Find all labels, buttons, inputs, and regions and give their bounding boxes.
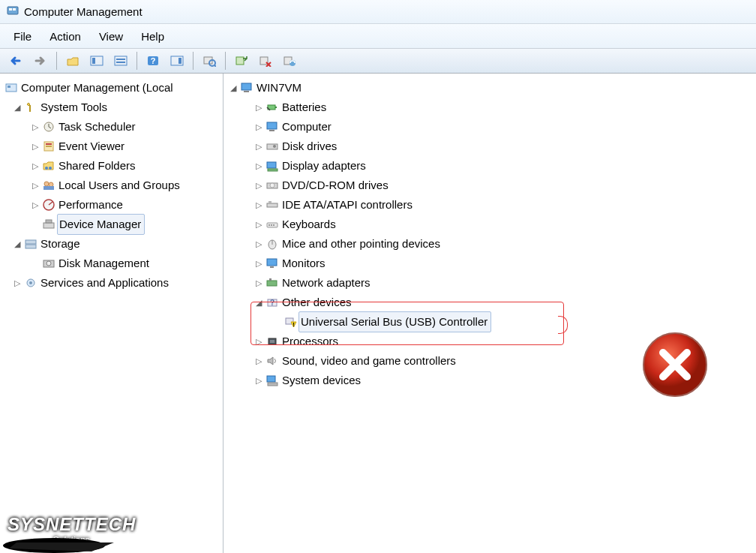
menu-action[interactable]: Action	[50, 30, 81, 43]
tree-local-users[interactable]: ▷ Local Users and Groups	[0, 176, 223, 195]
expand-icon[interactable]: ▷	[254, 137, 264, 156]
disable-button[interactable]	[279, 50, 300, 71]
expand-icon[interactable]: ▷	[254, 195, 264, 215]
expand-icon[interactable]: ▷	[254, 254, 264, 273]
device-batteries[interactable]: ▷ Batteries	[224, 98, 756, 117]
tree-event-viewer[interactable]: ▷ Event Viewer	[0, 137, 223, 156]
scan-button[interactable]	[199, 50, 220, 71]
svg-rect-70	[267, 376, 275, 382]
collapse-icon[interactable]: ◢	[12, 98, 22, 117]
tree-shared-folders[interactable]: ▷ Shared Folders	[0, 156, 223, 176]
device-display-adapters[interactable]: ▷ Display adapters	[224, 156, 756, 176]
collapse-icon[interactable]: ◢	[12, 234, 22, 254]
menu-file[interactable]: File	[14, 30, 32, 43]
device-mice[interactable]: ▷ Mice and other pointing devices	[224, 234, 756, 254]
device-keyboards[interactable]: ▷ Keyboards	[224, 215, 756, 234]
expand-icon[interactable]: ▷	[30, 195, 40, 215]
tree-label: Performance	[57, 195, 123, 215]
tree-disk-management[interactable]: Disk Management	[0, 254, 223, 273]
expand-icon[interactable]: ▷	[30, 176, 40, 195]
forward-button[interactable]	[30, 50, 51, 71]
device-dvd[interactable]: ▷ DVD/CD-ROM drives	[224, 176, 756, 195]
show-hide-tree-button[interactable]	[86, 50, 107, 71]
svg-text:?: ?	[270, 299, 274, 307]
expand-icon[interactable]: ▷	[254, 176, 264, 195]
device-ide[interactable]: ▷ IDE ATA/ATAPI controllers	[224, 195, 756, 215]
tree-storage[interactable]: ◢ Storage	[0, 234, 223, 254]
svg-rect-44	[267, 122, 277, 129]
device-monitors[interactable]: ▷ Monitors	[224, 254, 756, 273]
back-button[interactable]	[6, 50, 27, 71]
expand-icon[interactable]: ▷	[30, 117, 40, 137]
toolbar: ?	[0, 48, 756, 74]
expand-icon[interactable]: ▷	[254, 156, 264, 176]
mouse-icon	[264, 238, 280, 250]
action-pane-button[interactable]	[166, 50, 188, 71]
device-root[interactable]: ◢ WIN7VM	[224, 78, 756, 98]
device-label: Keyboards	[280, 215, 336, 234]
users-icon	[40, 179, 57, 191]
expand-icon[interactable]: ▷	[254, 215, 264, 234]
tree-root[interactable]: Computer Management (Local	[0, 78, 223, 98]
expand-icon[interactable]: ▷	[254, 332, 264, 351]
expand-icon[interactable]: ▷	[254, 371, 264, 390]
help-button[interactable]: ?	[142, 50, 164, 71]
device-label: IDE ATA/ATAPI controllers	[280, 195, 412, 215]
battery-icon	[264, 101, 280, 113]
tree-task-scheduler[interactable]: ▷ Task Scheduler	[0, 117, 223, 137]
dvd-icon	[264, 179, 280, 191]
event-viewer-icon	[40, 140, 57, 152]
expand-icon[interactable]: ▷	[30, 137, 40, 156]
tree-label: Services and Applications	[39, 273, 169, 293]
svg-rect-5	[115, 56, 127, 65]
svg-line-14	[214, 65, 216, 67]
device-other[interactable]: ◢ ? Other devices	[224, 293, 756, 312]
device-computer[interactable]: ▷ Computer	[224, 117, 756, 137]
svg-rect-55	[268, 224, 270, 226]
svg-rect-6	[116, 59, 125, 60]
expand-icon[interactable]: ▷	[12, 273, 22, 293]
up-folder-button[interactable]	[62, 50, 83, 71]
svg-rect-69	[270, 340, 274, 343]
svg-rect-45	[269, 130, 274, 131]
device-network[interactable]: ▷ Network adapters	[224, 273, 756, 293]
performance-icon	[40, 199, 57, 211]
device-label: Mice and other pointing devices	[280, 234, 440, 254]
cpu-icon	[264, 335, 280, 347]
tree-label: Storage	[39, 234, 80, 254]
properties-button[interactable]	[110, 50, 131, 71]
toolbar-separator	[136, 52, 137, 70]
tree-label: Shared Folders	[57, 156, 136, 176]
svg-point-26	[45, 167, 48, 170]
computer-icon	[264, 121, 280, 133]
expand-icon[interactable]: ▷	[254, 273, 264, 293]
device-label: WIN7VM	[255, 78, 302, 98]
svg-point-28	[44, 182, 49, 186]
uninstall-button[interactable]	[255, 50, 276, 71]
tree-services-apps[interactable]: ▷ Services and Applications	[0, 273, 223, 293]
expand-icon[interactable]: ▷	[254, 351, 264, 371]
svg-rect-71	[268, 383, 278, 386]
toolbar-separator	[56, 52, 57, 70]
svg-rect-24	[46, 143, 52, 145]
svg-rect-15	[236, 57, 244, 65]
svg-rect-52	[267, 203, 278, 207]
device-disk-drives[interactable]: ▷ Disk drives	[224, 137, 756, 156]
collapse-icon[interactable]: ◢	[254, 293, 264, 312]
menu-help[interactable]: Help	[141, 30, 164, 43]
update-driver-button[interactable]	[231, 50, 252, 71]
tree-label: Event Viewer	[57, 137, 124, 156]
tree-system-tools[interactable]: ◢ System Tools	[0, 98, 223, 117]
expand-icon[interactable]: ▷	[254, 234, 264, 254]
tree-performance[interactable]: ▷ Performance	[0, 195, 223, 215]
svg-rect-21	[29, 105, 31, 112]
device-label: Computer	[280, 117, 332, 137]
tree-device-manager[interactable]: Device Manager	[0, 215, 223, 234]
expand-icon[interactable]: ▷	[254, 98, 264, 117]
expand-icon[interactable]: ▷	[30, 156, 40, 176]
menu-view[interactable]: View	[99, 30, 123, 43]
ide-icon	[264, 199, 280, 211]
expand-icon[interactable]: ▷	[254, 117, 264, 137]
svg-rect-30	[44, 186, 54, 190]
collapse-icon[interactable]: ◢	[228, 78, 238, 98]
